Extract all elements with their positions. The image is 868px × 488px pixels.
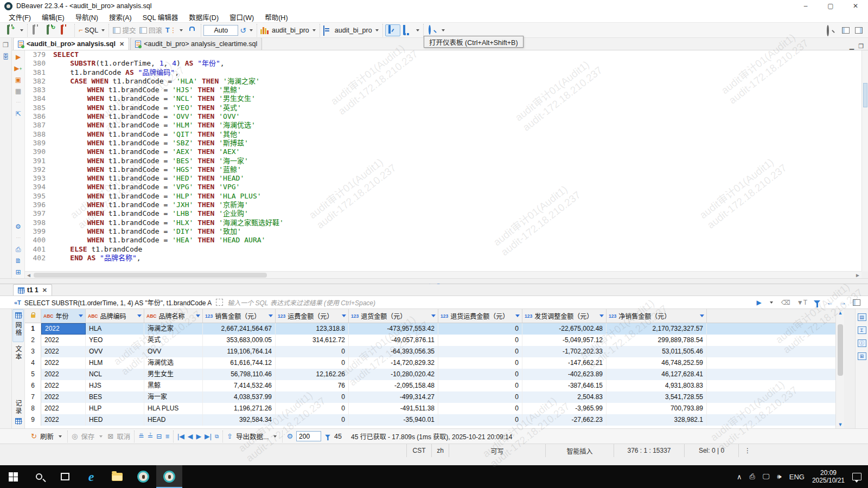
column-filter-icon[interactable] bbox=[700, 314, 704, 317]
grid-cell[interactable]: 76 bbox=[276, 380, 349, 391]
grid-cell[interactable]: 2022 bbox=[41, 346, 86, 357]
editor-vertical-scrollbar[interactable] bbox=[861, 50, 868, 271]
grid-cell[interactable]: 0 bbox=[438, 391, 522, 403]
code-line[interactable]: 399 WHEN t1.brandCode = 'DIY' THEN '致加' bbox=[25, 227, 861, 236]
grid-cell[interactable]: -5,049,957.12 bbox=[522, 335, 607, 346]
results-tab-close-icon[interactable]: ✕ bbox=[42, 287, 47, 294]
nav-forward-icon[interactable]: → bbox=[840, 299, 846, 306]
grid-cell[interactable]: -499,314.27 bbox=[349, 391, 438, 403]
grid-cell[interactable]: YEO bbox=[86, 335, 144, 346]
column-header-1[interactable]: ABC品牌编码 bbox=[86, 309, 144, 323]
row-number[interactable]: 3 bbox=[25, 346, 41, 357]
grid-cell[interactable]: -49,057,876.11 bbox=[349, 335, 438, 346]
duplicate-row-icon[interactable]: ≟ bbox=[148, 432, 153, 440]
refresh-dropdown[interactable] bbox=[59, 435, 62, 438]
column-header-4[interactable]: 123运费金额（元） bbox=[276, 309, 349, 323]
grid-cell[interactable]: OVV bbox=[144, 346, 203, 357]
grid-cell[interactable]: 黑鲸 bbox=[144, 380, 203, 391]
row-number[interactable]: 1 bbox=[25, 323, 41, 335]
fetch-page-icon[interactable]: ⧉ bbox=[215, 433, 219, 440]
new-connection-button[interactable] bbox=[4, 24, 18, 36]
menu-item-1[interactable]: 编辑(E) bbox=[36, 11, 70, 23]
grid-cell[interactable]: -64,393,056.35 bbox=[349, 346, 438, 357]
grid-cell[interactable]: 314,612.72 bbox=[276, 335, 349, 346]
grid-cell[interactable]: 2022 bbox=[41, 335, 86, 346]
quick-search-icon[interactable] bbox=[827, 26, 835, 35]
grid-cell[interactable]: -147,662.21 bbox=[522, 357, 607, 369]
network-diagram-button[interactable] bbox=[400, 24, 414, 36]
code-line[interactable]: 388 WHEN t1.brandCode = 'QIT' THEN '其他' bbox=[25, 130, 861, 139]
transaction-dropdown[interactable] bbox=[180, 29, 183, 31]
filters-menu-icon[interactable] bbox=[814, 300, 820, 304]
grid-cell[interactable]: 56,798,110.46 bbox=[203, 369, 276, 380]
schema-selector[interactable]: audit_bi_pro bbox=[333, 24, 374, 36]
menu-item-2[interactable]: 导航(N) bbox=[70, 11, 104, 23]
grid-cell[interactable]: -14,720,829.32 bbox=[349, 357, 438, 369]
dbeaver-taskbar-icon-active[interactable] bbox=[156, 465, 182, 488]
table-row[interactable]: 62022HJS黑鲸7,414,532.4676-2,095,158.480-3… bbox=[25, 380, 835, 391]
code-line[interactable]: 390 WHEN t1.brandCode = 'AEX' THEN 'AEX' bbox=[25, 147, 861, 156]
next-page-icon[interactable]: ▶ bbox=[196, 432, 201, 440]
dbeaver-taskbar-icon[interactable] bbox=[130, 465, 156, 488]
row-number[interactable]: 9 bbox=[25, 414, 41, 426]
search-dropdown[interactable] bbox=[442, 29, 445, 31]
transaction-log-button[interactable]: T⋮ bbox=[164, 24, 178, 36]
column-header-6[interactable]: 123退货运费金额（元） bbox=[438, 309, 522, 323]
rollback-button[interactable]: 回滚 bbox=[138, 24, 164, 36]
reconnect-button[interactable] bbox=[44, 24, 58, 36]
code-line[interactable]: 392 WHEN t1.brandCode = 'HGS' THEN '蓝鲸' bbox=[25, 165, 861, 174]
grid-cell[interactable]: 119,106,764.14 bbox=[203, 346, 276, 357]
grid-cell[interactable]: 0 bbox=[276, 403, 349, 414]
start-button[interactable] bbox=[0, 465, 26, 488]
grid-scroll-up-icon[interactable]: ▲ bbox=[836, 310, 845, 316]
fetch-size-input[interactable] bbox=[296, 431, 321, 441]
settings-gear-icon[interactable]: ⚙ bbox=[13, 222, 24, 232]
record-mode-tab[interactable]: 记录 bbox=[14, 396, 23, 428]
results-tab[interactable]: t1 1 ✕ bbox=[13, 284, 52, 296]
grid-cell[interactable]: HLA PLUS bbox=[144, 403, 203, 414]
maximize-results-icon[interactable] bbox=[853, 299, 860, 306]
history-dropdown[interactable] bbox=[250, 29, 253, 31]
table-row[interactable]: 82022HLPHLA PLUS1,196,271.260-491,511.38… bbox=[25, 403, 835, 414]
expand-filter-icon[interactable] bbox=[216, 299, 223, 306]
menu-item-0[interactable]: 文件(F) bbox=[3, 11, 36, 23]
code-line[interactable]: 396 WHEN t1.brandCode = 'JXH' THEN '京新海' bbox=[25, 201, 861, 209]
delete-row-icon[interactable]: ⊟ bbox=[156, 432, 162, 440]
grid-cell[interactable]: 2,170,732,327.57 bbox=[607, 323, 707, 335]
dashboard-button[interactable] bbox=[385, 24, 400, 36]
grid-cell[interactable]: HJS bbox=[86, 380, 144, 391]
code-line[interactable]: 393 WHEN t1.brandCode = 'HED' THEN 'HEAD… bbox=[25, 174, 861, 183]
grid-cell[interactable]: HLA bbox=[86, 323, 144, 335]
database-navigator-icon[interactable]: 🗄 bbox=[1, 52, 11, 62]
grid-cell[interactable]: 0 bbox=[276, 346, 349, 357]
row-number[interactable]: 8 bbox=[25, 403, 41, 414]
minimize-editor-icon[interactable]: ▁ bbox=[850, 43, 854, 50]
grid-cell[interactable]: 4,931,803.83 bbox=[607, 380, 707, 391]
grid-cell[interactable]: 2022 bbox=[41, 323, 86, 335]
table-row[interactable]: 52022NCL男生女生56,798,110.4612,162.26-10,28… bbox=[25, 369, 835, 380]
column-filter-icon[interactable] bbox=[431, 314, 436, 317]
grid-cell[interactable]: 12,162.26 bbox=[276, 369, 349, 380]
row-number[interactable]: 7 bbox=[25, 391, 41, 403]
grid-cell[interactable]: 46,127,628.41 bbox=[607, 369, 707, 380]
grid-cell[interactable]: 海澜优选 bbox=[144, 357, 203, 369]
first-page-icon[interactable]: |◀ bbox=[177, 432, 184, 440]
menu-item-4[interactable]: SQL 编辑器 bbox=[137, 11, 184, 23]
grid-scroll-down-icon[interactable]: ▼ bbox=[836, 422, 845, 427]
column-header-3[interactable]: 123销售金额（元） bbox=[203, 309, 276, 323]
last-page-icon[interactable]: ▶| bbox=[205, 432, 212, 440]
grid-cell[interactable]: 0 bbox=[276, 357, 349, 369]
edit-row-icon[interactable]: ≡ bbox=[165, 433, 169, 440]
table-row[interactable]: 92022HEDHEAD392,584.340-35,940.010-27,66… bbox=[25, 414, 835, 426]
code-line[interactable]: 391 WHEN t1.brandCode = 'BES' THEN '海一家' bbox=[25, 157, 861, 165]
internet-explorer-icon[interactable]: e bbox=[78, 465, 104, 488]
add-row-icon[interactable]: ≞ bbox=[138, 432, 144, 440]
grid-cell[interactable]: 2022 bbox=[41, 357, 86, 369]
grid-cell[interactable]: 0 bbox=[276, 414, 349, 426]
menu-item-7[interactable]: 帮助(H) bbox=[259, 11, 293, 23]
grid-cell[interactable]: -27,662.23 bbox=[522, 414, 607, 426]
menu-item-6[interactable]: 窗口(W) bbox=[224, 11, 259, 23]
connection-selector[interactable]: audit_bi_pro bbox=[270, 24, 311, 36]
filter-input[interactable]: 输入一个 SQL 表达式来过滤结果 (使用 Ctrl+Space) bbox=[227, 298, 375, 307]
code-line[interactable]: 384 WHEN t1.brandCode = 'NCL' THEN '男生女生… bbox=[25, 94, 861, 103]
